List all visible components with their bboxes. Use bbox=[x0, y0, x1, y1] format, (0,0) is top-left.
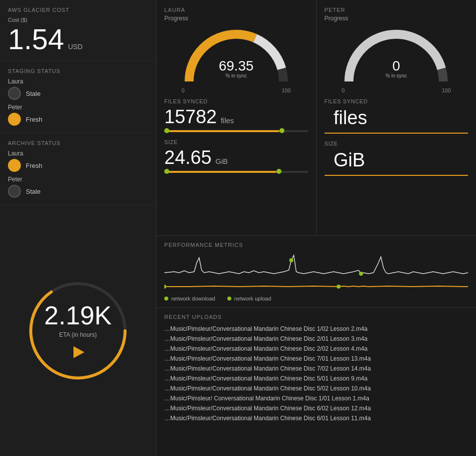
upload-item: …Music/Pimsleur/Conversational Mandarin … bbox=[164, 403, 468, 413]
eta-inner: 2.19K ETA (in hours) bbox=[26, 279, 130, 383]
cost-number: 1.54 bbox=[8, 25, 64, 54]
laura-gauge-labels: 0 100 bbox=[182, 87, 291, 93]
peter-gauge: 0 % in sync 0 100 bbox=[325, 27, 469, 93]
staging-peter-label: Peter bbox=[8, 104, 148, 111]
laura-files-metric: Files synced 15782 files bbox=[164, 98, 308, 132]
aws-cost-title: AWS GLACIER COST bbox=[8, 7, 148, 13]
peter-gauge-pct: 0 bbox=[386, 59, 407, 73]
laura-gauge-min: 0 bbox=[182, 87, 185, 93]
staging-peter-status: Fresh bbox=[26, 116, 42, 123]
staging-status-section: STAGING STATUS Laura Stale Peter Fresh bbox=[0, 61, 156, 133]
upload-item: …Music/Pimsleur/Conversational Mandarin … bbox=[164, 413, 468, 423]
staging-title: STAGING STATUS bbox=[8, 68, 148, 74]
performance-section: PERFORMANCE METRICS n bbox=[156, 236, 476, 308]
eta-section: 2.19K ETA (in hours) bbox=[0, 205, 156, 456]
peter-name: PETER bbox=[325, 7, 469, 13]
perf-title: PERFORMANCE METRICS bbox=[164, 242, 468, 248]
laura-files-count: 15782 bbox=[164, 107, 217, 126]
laura-gauge-pct: 69.35 bbox=[219, 59, 254, 73]
upload-item: …Music/Pimsleur/Conversational Mandarin … bbox=[164, 344, 468, 354]
svg-point-3 bbox=[359, 272, 363, 276]
aws-cost-section: AWS GLACIER COST Cost ($) 1.54 USD bbox=[0, 0, 156, 61]
peter-gauge-unit: % in sync bbox=[386, 73, 407, 78]
cost-currency: USD bbox=[68, 43, 83, 51]
laura-files-dot-left bbox=[164, 128, 169, 133]
svg-point-5 bbox=[337, 285, 340, 289]
laura-size-value: 24.65 GiB bbox=[164, 148, 308, 167]
archive-laura-row: Fresh bbox=[8, 159, 148, 172]
archive-peter-dot bbox=[8, 185, 21, 198]
archive-peter-label: Peter bbox=[8, 176, 148, 183]
laura-size-slider bbox=[164, 171, 308, 173]
legend-download: network download bbox=[164, 296, 215, 302]
upload-item: …Music/Pimsleur/Conversational Mandarin … bbox=[164, 354, 468, 364]
peter-size-metric: Size GiB bbox=[325, 141, 469, 176]
staging-peter-dot bbox=[8, 113, 21, 126]
upload-item: …Music/Pimsleur/Conversational Mandarin … bbox=[164, 383, 468, 393]
laura-files-slider bbox=[164, 130, 308, 132]
sidebar: AWS GLACIER COST Cost ($) 1.54 USD STAGI… bbox=[0, 0, 156, 456]
archive-laura-dot bbox=[8, 159, 21, 172]
staging-laura-label: Laura bbox=[8, 78, 148, 85]
laura-files-dot-right bbox=[279, 128, 284, 133]
peter-gauge-max: 100 bbox=[442, 87, 451, 93]
peter-files-label: Files synced bbox=[325, 98, 469, 104]
cost-value-row: 1.54 USD bbox=[8, 25, 148, 54]
svg-point-4 bbox=[164, 285, 166, 289]
laura-panel: LAURA Progress 69.35 % in sync bbox=[156, 0, 317, 235]
laura-size-dot-right bbox=[276, 169, 281, 174]
peter-files-metric: Files synced files bbox=[325, 98, 469, 134]
laura-files-value: 15782 files bbox=[164, 107, 308, 126]
play-button[interactable] bbox=[71, 345, 85, 359]
eta-circle: 2.19K ETA (in hours) bbox=[26, 279, 130, 383]
upload-label: network upload bbox=[234, 296, 272, 302]
download-label: network download bbox=[171, 296, 215, 302]
staging-laura-dot bbox=[8, 87, 21, 100]
play-icon bbox=[73, 346, 84, 358]
legend-upload: network upload bbox=[227, 296, 272, 302]
archive-status-section: ARCHIVE STATUS Laura Fresh Peter Stale bbox=[0, 133, 156, 205]
laura-gauge-overlay: 69.35 % in sync bbox=[219, 59, 254, 78]
peter-size-unit: GiB bbox=[334, 150, 365, 171]
laura-progress-label: Progress bbox=[164, 15, 308, 22]
laura-size-metric: Size 24.65 GiB bbox=[164, 139, 308, 173]
upload-item: …Music/Pimsleur/Conversational Mandarin … bbox=[164, 364, 468, 374]
peter-size-value: GiB bbox=[325, 150, 469, 171]
peter-files-value: files bbox=[325, 107, 469, 129]
archive-laura-status: Fresh bbox=[26, 162, 42, 169]
peter-panel: PETER Progress 0 % in sync 0 10 bbox=[317, 0, 476, 235]
peter-progress-label: Progress bbox=[325, 15, 469, 22]
peter-files-line bbox=[325, 133, 469, 134]
laura-size-dot-left bbox=[164, 169, 169, 174]
laura-size-label: Size bbox=[164, 139, 308, 145]
perf-chart bbox=[164, 253, 468, 293]
peter-files-count bbox=[325, 108, 330, 127]
perf-legend: network download network upload bbox=[164, 296, 468, 302]
recent-uploads-section: RECENT UPLOADS …Music/Pimsleur/Conversat… bbox=[156, 308, 476, 456]
eta-value: 2.19K bbox=[44, 303, 112, 328]
laura-size-fill bbox=[164, 171, 276, 173]
laura-files-label: Files synced bbox=[164, 98, 308, 104]
staging-laura-row: Stale bbox=[8, 87, 148, 100]
laura-gauge-max: 100 bbox=[281, 87, 290, 93]
peter-files-unit: files bbox=[334, 107, 367, 129]
laura-files-fill bbox=[164, 130, 279, 132]
cost-label: Cost ($) bbox=[8, 17, 148, 23]
upload-item: …Music/Pimsleur/Conversational Mandarin … bbox=[164, 334, 468, 344]
upload-item: …Music/Pimsleur/Conversational Mandarin … bbox=[164, 374, 468, 383]
eta-description: ETA (in hours) bbox=[59, 331, 97, 338]
uploads-list: …Music/Pimsleur/Conversational Mandarin … bbox=[164, 324, 468, 423]
top-panels: LAURA Progress 69.35 % in sync bbox=[156, 0, 476, 236]
laura-size-number: 24.65 bbox=[164, 148, 211, 167]
upload-dot bbox=[227, 297, 231, 301]
peter-gauge-overlay: 0 % in sync bbox=[386, 59, 407, 78]
peter-size-label: Size bbox=[325, 141, 469, 147]
laura-size-unit: GiB bbox=[215, 157, 228, 165]
archive-peter-status: Stale bbox=[26, 188, 41, 195]
upload-item: …Music/Pimsleur/Conversational Mandarin … bbox=[164, 324, 468, 334]
upload-item: …Music/Pimsleur/ Conversational Mandarin… bbox=[164, 393, 468, 403]
laura-gauge: 69.35 % in sync 0 100 bbox=[164, 27, 308, 93]
staging-peter-row: Fresh bbox=[8, 113, 148, 126]
peter-size-number bbox=[325, 151, 330, 169]
archive-title: ARCHIVE STATUS bbox=[8, 140, 148, 146]
